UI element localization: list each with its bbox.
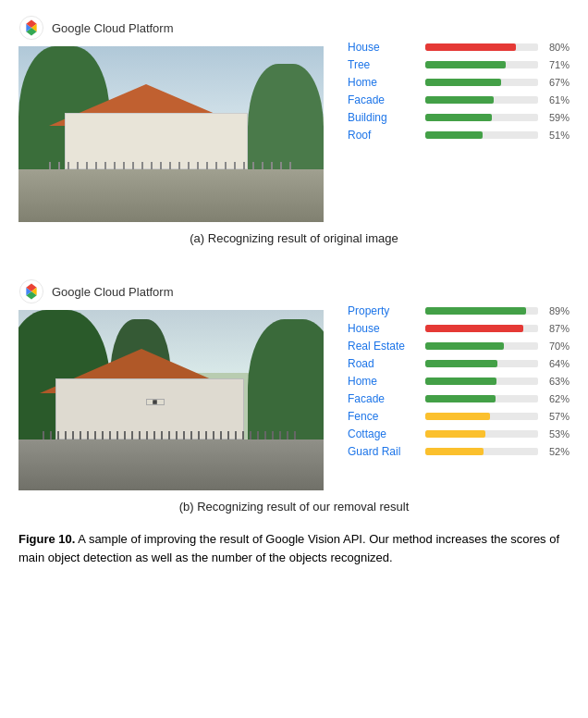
bar-track [425, 61, 538, 68]
figure-bold: Figure 10. [18, 532, 75, 546]
bar-pct: 53% [544, 428, 570, 439]
bar-row: Guard Rail52% [348, 445, 570, 458]
caption-b: (b) Recognizing result of our removal re… [18, 500, 570, 514]
caption-a: (a) Recognizing result of original image [18, 231, 570, 245]
bar-track [425, 79, 538, 86]
bar-fill [425, 43, 516, 51]
image-b: ⬛ [18, 310, 324, 490]
img-a-road [18, 169, 324, 222]
panel-a-right: House80%Tree71%Home67%Facade61%Building5… [333, 15, 570, 146]
bar-row: Facade62% [348, 392, 570, 405]
image-a [18, 46, 324, 222]
bar-label: Cottage [348, 427, 420, 440]
bar-pct: 87% [544, 323, 570, 334]
bar-track [425, 360, 538, 367]
bar-pct: 59% [544, 112, 570, 123]
bar-fill [425, 79, 501, 86]
bar-track [425, 96, 538, 104]
bar-fill [425, 131, 483, 139]
bar-fill [425, 307, 526, 315]
bar-track [425, 131, 538, 139]
bar-label: Guard Rail [348, 445, 420, 458]
gcp-logo-a [18, 15, 44, 41]
bar-pct: 71% [544, 59, 570, 70]
bar-fill [425, 430, 485, 438]
bar-row: Facade61% [348, 93, 570, 106]
section-gap [18, 262, 570, 279]
bar-track [425, 342, 538, 350]
gcp-header-a: Google Cloud Platform [18, 15, 333, 41]
bar-row: Fence57% [348, 410, 570, 423]
bar-fill [425, 342, 504, 350]
bar-track [425, 413, 538, 420]
bar-fill [425, 360, 497, 367]
panel-b-left: Google Cloud Platform ⬛ [18, 279, 333, 490]
bar-fill [425, 395, 496, 402]
panel-b: Google Cloud Platform ⬛ Property89%House… [18, 279, 570, 490]
bar-row: Tree71% [348, 58, 570, 71]
bar-row: Cottage53% [348, 427, 570, 440]
bar-track [425, 430, 538, 438]
bar-label: Home [348, 375, 420, 388]
bar-row: Road64% [348, 357, 570, 370]
gcp-label-b: Google Cloud Platform [52, 285, 174, 299]
bar-label: Building [348, 111, 420, 124]
figure-caption: Figure 10. A sample of improving the res… [18, 530, 570, 566]
bar-pct: 80% [544, 42, 570, 53]
bar-fill [425, 96, 494, 104]
bar-pct: 89% [544, 305, 570, 316]
bar-pct: 64% [544, 358, 570, 369]
gcp-header-b: Google Cloud Platform [18, 279, 333, 304]
bar-row: Home63% [348, 375, 570, 388]
bar-pct: 51% [544, 130, 570, 141]
bar-label: Real Estate [348, 340, 420, 353]
bar-pct: 52% [544, 446, 570, 457]
bar-track [425, 114, 538, 121]
img-b-road [18, 439, 324, 490]
bar-fill [425, 448, 484, 455]
bar-label: House [348, 322, 420, 335]
bar-label: House [348, 41, 420, 54]
bar-label: Roof [348, 129, 420, 142]
bar-label: Facade [348, 392, 420, 405]
bar-track [425, 448, 538, 455]
bar-fill [425, 413, 490, 420]
bar-fill [425, 114, 492, 121]
bar-track [425, 325, 538, 332]
panel-a: Google Cloud Platform House80%Tree71%Hom… [18, 15, 570, 222]
bar-track [425, 43, 538, 51]
bar-label: Road [348, 357, 420, 370]
bar-label: Facade [348, 93, 420, 106]
bar-row: House87% [348, 322, 570, 335]
img-a-house-body [65, 113, 248, 169]
bar-row: Home67% [348, 76, 570, 89]
bar-pct: 57% [544, 411, 570, 422]
bar-row: Property89% [348, 304, 570, 317]
panel-b-right: Property89%House87%Real Estate70%Road64%… [333, 279, 570, 463]
bar-track [425, 395, 538, 402]
bar-pct: 62% [544, 393, 570, 404]
bar-label: Property [348, 304, 420, 317]
bar-pct: 63% [544, 376, 570, 387]
bar-fill [425, 325, 523, 332]
bar-pct: 70% [544, 340, 570, 352]
gcp-logo-b [18, 279, 44, 304]
bar-row: Building59% [348, 111, 570, 124]
gcp-label-a: Google Cloud Platform [52, 21, 174, 35]
bar-row: Real Estate70% [348, 340, 570, 353]
bar-pct: 67% [544, 77, 570, 88]
bar-row: House80% [348, 41, 570, 54]
bar-fill [425, 61, 506, 68]
bar-track [425, 378, 538, 385]
bar-label: Fence [348, 410, 420, 423]
figure-text: A sample of improving the result of Goog… [18, 532, 559, 564]
bar-pct: 61% [544, 94, 570, 105]
bar-fill [425, 378, 496, 385]
bar-row: Roof51% [348, 129, 570, 142]
bar-label: Home [348, 76, 420, 89]
bar-track [425, 307, 538, 315]
bar-label: Tree [348, 58, 420, 71]
img-b-sign: ⬛ [146, 399, 165, 404]
panel-a-left: Google Cloud Platform [18, 15, 333, 222]
